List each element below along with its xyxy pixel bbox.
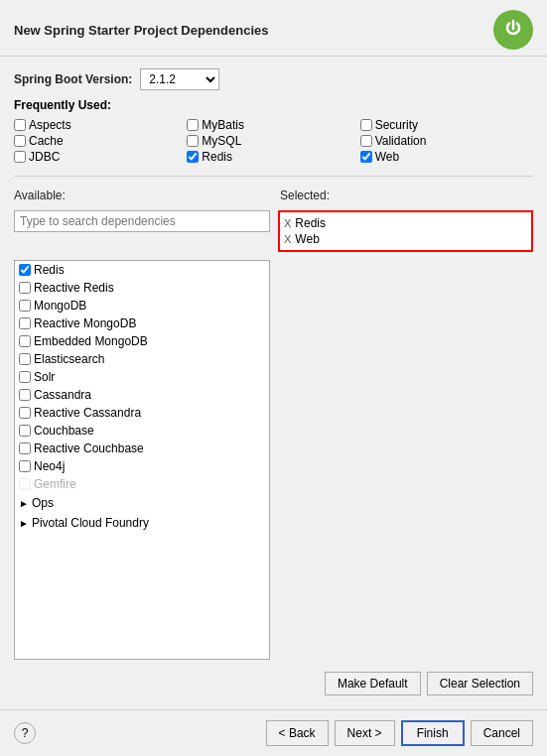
freq-security-checkbox[interactable] <box>360 119 372 131</box>
dep-mongodb-cb[interactable] <box>19 300 31 312</box>
version-row: Spring Boot Version: 2.1.2 <box>14 68 533 90</box>
freq-web[interactable]: Web <box>360 150 533 164</box>
dialog-title: New Spring Starter Project Dependencies <box>14 23 268 38</box>
group-pivotal-label: Pivotal Cloud Foundry <box>32 516 149 530</box>
dep-reactive-redis[interactable]: Reactive Redis <box>15 279 269 297</box>
frequently-used-label: Frequently Used: <box>14 98 533 112</box>
next-button[interactable]: Next > <box>335 720 395 746</box>
dep-gemfire-cb <box>19 478 31 490</box>
finish-button[interactable]: Finish <box>401 720 465 746</box>
freq-aspects-checkbox[interactable] <box>14 119 26 131</box>
selected-panel: X Redis X Web <box>278 210 533 252</box>
dep-redis-top-cb[interactable] <box>19 264 31 276</box>
selected-header: Selected: <box>280 189 330 202</box>
dep-solr-cb[interactable] <box>19 371 31 383</box>
freq-web-label: Web <box>375 150 399 164</box>
freq-cache-label: Cache <box>29 134 64 148</box>
freq-mysql-label: MySQL <box>202 134 241 148</box>
dialog-header: New Spring Starter Project Dependencies <box>0 0 547 57</box>
freq-validation-checkbox[interactable] <box>360 135 372 147</box>
dep-neo4j-cb[interactable] <box>19 460 31 472</box>
dep-reactive-cassandra[interactable]: Reactive Cassandra <box>15 404 269 422</box>
dep-reactive-cassandra-cb[interactable] <box>19 407 31 419</box>
make-default-button[interactable]: Make Default <box>325 672 421 695</box>
help-button[interactable]: ? <box>14 722 36 744</box>
spring-logo <box>493 10 533 50</box>
freq-aspects-label: Aspects <box>29 118 71 132</box>
dep-reactive-redis-cb[interactable] <box>19 282 31 294</box>
dep-couchbase-cb[interactable] <box>19 425 31 437</box>
search-input[interactable] <box>14 210 270 232</box>
dep-solr[interactable]: Solr <box>15 368 269 386</box>
dep-elasticsearch-cb[interactable] <box>19 353 31 365</box>
cancel-button[interactable]: Cancel <box>471 720 533 746</box>
freq-mybatis-checkbox[interactable] <box>187 119 199 131</box>
dep-embedded-mongodb-cb[interactable] <box>19 335 31 347</box>
freq-mysql-checkbox[interactable] <box>187 135 199 147</box>
dep-neo4j[interactable]: Neo4j <box>15 457 269 475</box>
footer-left: ? <box>14 722 36 744</box>
dep-mongodb[interactable]: MongoDB <box>15 297 269 315</box>
dep-elasticsearch[interactable]: Elasticsearch <box>15 350 269 368</box>
group-pivotal[interactable]: ► Pivotal Cloud Foundry <box>15 513 269 533</box>
frequently-used-section: Frequently Used: Aspects MyBatis Securit… <box>14 98 533 164</box>
freq-security-label: Security <box>375 118 418 132</box>
dialog-content: Spring Boot Version: 2.1.2 Frequently Us… <box>0 57 547 709</box>
freq-redis-label: Redis <box>202 150 232 164</box>
group-ops[interactable]: ► Ops <box>15 493 269 513</box>
divider <box>14 176 533 177</box>
selected-web: X Web <box>284 232 527 246</box>
freq-jdbc-label: JDBC <box>29 150 60 164</box>
group-ops-label: Ops <box>32 496 54 510</box>
freq-cache[interactable]: Cache <box>14 134 187 148</box>
freq-redis[interactable]: Redis <box>187 150 359 164</box>
bottom-buttons: Make Default Clear Selection <box>14 668 533 697</box>
selected-redis-label: Redis <box>295 216 326 230</box>
freq-validation-label: Validation <box>375 134 427 148</box>
selected-web-label: Web <box>295 232 319 246</box>
clear-selection-button[interactable]: Clear Selection <box>427 672 533 695</box>
pivotal-arrow-icon: ► <box>19 518 29 529</box>
back-button[interactable]: < Back <box>266 720 329 746</box>
dialog-footer: ? < Back Next > Finish Cancel <box>0 709 547 756</box>
dep-embedded-mongodb[interactable]: Embedded MongoDB <box>15 332 269 350</box>
dep-reactive-couchbase[interactable]: Reactive Couchbase <box>15 440 269 457</box>
dep-reactive-mongodb[interactable]: Reactive MongoDB <box>15 315 269 332</box>
selected-spacer <box>278 260 533 660</box>
dep-reactive-couchbase-cb[interactable] <box>19 442 31 454</box>
freq-redis-checkbox[interactable] <box>187 151 199 163</box>
available-selected-panels: Redis Reactive Redis MongoDB Reactive Mo… <box>14 260 533 660</box>
dialog: New Spring Starter Project Dependencies … <box>0 0 547 756</box>
dep-couchbase[interactable]: Couchbase <box>15 422 269 440</box>
freq-mybatis-label: MyBatis <box>202 118 244 132</box>
available-panel[interactable]: Redis Reactive Redis MongoDB Reactive Mo… <box>14 260 270 660</box>
available-header: Available: <box>14 189 272 202</box>
freq-cache-checkbox[interactable] <box>14 135 26 147</box>
footer-right: < Back Next > Finish Cancel <box>266 720 533 746</box>
freq-jdbc-checkbox[interactable] <box>14 151 26 163</box>
freq-validation[interactable]: Validation <box>360 134 533 148</box>
remove-redis-btn[interactable]: X <box>284 217 291 229</box>
selected-redis: X Redis <box>284 216 527 230</box>
version-select[interactable]: 2.1.2 <box>140 68 219 90</box>
dep-redis-top[interactable]: Redis <box>15 261 269 279</box>
freq-jdbc[interactable]: JDBC <box>14 150 187 164</box>
freq-security[interactable]: Security <box>360 118 533 132</box>
ops-arrow-icon: ► <box>19 498 29 509</box>
dep-reactive-mongodb-cb[interactable] <box>19 317 31 329</box>
dep-cassandra[interactable]: Cassandra <box>15 386 269 404</box>
dep-gemfire: Gemfire <box>15 475 269 493</box>
freq-mysql[interactable]: MySQL <box>187 134 359 148</box>
freq-mybatis[interactable]: MyBatis <box>187 118 359 132</box>
section-headers: Available: Selected: <box>14 189 533 202</box>
dep-cassandra-cb[interactable] <box>19 389 31 401</box>
remove-web-btn[interactable]: X <box>284 233 291 245</box>
frequently-used-grid: Aspects MyBatis Security Cache MySQ <box>14 118 533 164</box>
freq-web-checkbox[interactable] <box>360 151 372 163</box>
freq-aspects[interactable]: Aspects <box>14 118 187 132</box>
search-selected-row: X Redis X Web <box>14 210 533 252</box>
version-label: Spring Boot Version: <box>14 72 132 86</box>
